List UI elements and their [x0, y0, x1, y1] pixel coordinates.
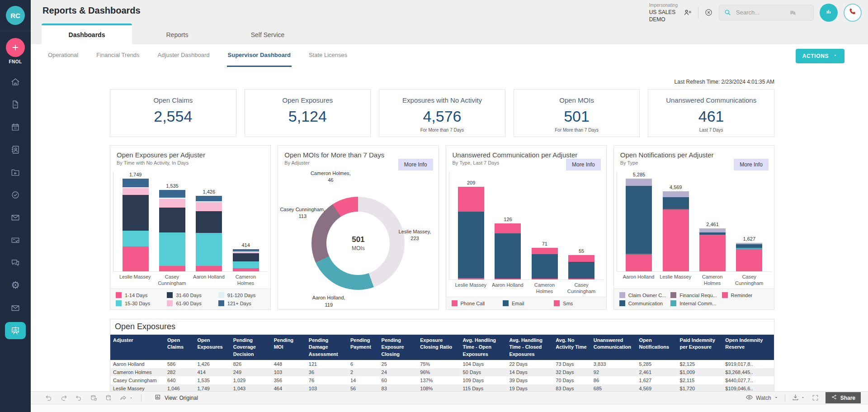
more-info-button[interactable]: More Info — [398, 159, 433, 170]
more-info-button[interactable]: More Info — [566, 159, 601, 170]
cell: 103 — [271, 368, 306, 376]
view-chart-icon — [155, 394, 161, 402]
home-icon — [5, 73, 26, 90]
person-list-icon[interactable] — [684, 8, 692, 17]
sidebar-item-home[interactable] — [0, 71, 31, 93]
column-header-avg-handling-time-closed-exposures[interactable]: Avg. Handling Time - Closed Exposures — [506, 335, 553, 360]
tab-dashboards[interactable]: Dashboards — [42, 24, 132, 44]
bar-segment-claim-owner-c — [699, 228, 726, 233]
legend-swatch — [218, 300, 224, 306]
more-info-button[interactable]: More Info — [734, 159, 769, 170]
legend-item-15-30-days: 15-30 Days — [116, 300, 162, 306]
chart-header: Open Exposures per AdjusterBy Time with … — [110, 146, 270, 172]
sidebar-item-chat[interactable] — [0, 251, 31, 274]
toolbar-right: Watch Share — [745, 392, 861, 403]
bar-segment-reminder — [699, 235, 726, 271]
plus-icon — [6, 38, 25, 57]
column-header-open-indemnity-reserve[interactable]: Open Indemnity Reserve — [722, 335, 774, 360]
column-header-pending-payment[interactable]: Pending Payment — [348, 335, 379, 360]
top-bar: Reports & Dashboards Impersonating US SA… — [31, 0, 868, 44]
sidebar-item-presentation[interactable] — [0, 319, 31, 342]
contacts-icon — [5, 141, 26, 158]
sidebar-item-badge-check[interactable] — [0, 184, 31, 206]
bar-column-aaron-holland: 126 — [490, 217, 526, 279]
column-header-adjuster[interactable]: Adjuster — [110, 335, 165, 360]
column-header-pending-coverage-decision[interactable]: Pending Coverage Decision — [231, 335, 271, 360]
phone-button[interactable] — [844, 4, 862, 22]
category-label: Leslie Massey — [657, 274, 694, 287]
sidebar-item-mail-alt[interactable] — [0, 297, 31, 319]
sidebar-item-mail[interactable] — [0, 206, 31, 229]
advanced-search-icon[interactable] — [789, 9, 797, 16]
tab-self-service[interactable]: Self Service — [222, 24, 313, 44]
cell: 75% — [417, 360, 460, 368]
kpi-value: 501 — [514, 108, 640, 125]
column-header-exposure-closing-ratio[interactable]: Exposure Closing Ratio — [417, 335, 460, 360]
legend-swatch — [670, 292, 676, 298]
bar-segment-sms — [495, 223, 521, 233]
column-header-avg-no-activity-time[interactable]: Avg. No Activity Time — [553, 335, 591, 360]
avatar[interactable]: RC — [6, 6, 25, 25]
table-row: Casey Cunningham6401,5351,02935676146013… — [110, 376, 774, 384]
undo-icon[interactable] — [45, 394, 52, 402]
view-original-button[interactable]: View: Original — [155, 394, 198, 402]
subtab-financial-trends[interactable]: Financial Trends — [95, 44, 140, 67]
actions-button[interactable]: ACTIONS — [796, 49, 844, 63]
column-header-open-notifications[interactable]: Open Notifications — [637, 335, 677, 360]
bar-segment-15-30-days — [123, 231, 149, 246]
bar-segment-reminder — [626, 255, 652, 271]
impersonating-block: Impersonating US SALES DEMO — [649, 2, 678, 23]
fullscreen-icon[interactable] — [811, 394, 819, 402]
kpi-card-open-mois: Open MOIs501For More than 7 Days — [514, 89, 640, 137]
sidebar-item-settings[interactable]: ⚙ — [0, 274, 31, 297]
subtab-supervisor-dashboard[interactable]: Supervisor Dashboard — [227, 44, 292, 67]
search-input[interactable] — [735, 9, 786, 16]
fnol-button[interactable]: FNOL — [6, 38, 25, 64]
bar-chart-icon — [824, 7, 833, 18]
bar-stack — [123, 179, 149, 271]
revert-icon[interactable] — [75, 394, 82, 402]
tab-reports[interactable]: Reports — [132, 24, 222, 44]
cell: Casey Cunningham — [110, 376, 165, 384]
sidebar-item-calendar[interactable]: 31 — [0, 116, 31, 138]
sidebar-item-document[interactable] — [0, 93, 31, 116]
legend-label: 121+ Days — [227, 301, 251, 306]
footer-strip — [31, 404, 868, 412]
subtab-state-licenses[interactable]: State Licenses — [308, 44, 348, 67]
column-header-avg-handling-time-open-exposures[interactable]: Avg. Handling Time - Open Exposures — [460, 335, 507, 360]
column-header-unanswered-communication[interactable]: Unanswered Communication — [591, 335, 637, 360]
table-title: Open Exposures — [110, 319, 774, 335]
watch-button[interactable]: Watch — [745, 393, 778, 403]
column-header-pending-exposure-closing[interactable]: Pending Exposure Closing — [379, 335, 418, 360]
reports-shortcut-button[interactable] — [820, 4, 838, 22]
cell: 5,285 — [637, 360, 677, 368]
bar-segment-claim-owner-c — [663, 191, 689, 197]
sidebar-item-card-check[interactable] — [0, 229, 31, 251]
subtab-adjuster-dashboard[interactable]: Adjuster Dashboard — [157, 44, 211, 67]
bar-segment-email — [458, 212, 484, 278]
cell: 104 Days — [460, 360, 507, 368]
stop-impersonating-icon[interactable] — [704, 8, 713, 17]
dashboard-content: Last Refresh Time: 2/23/2024 4:01:35 AM … — [31, 67, 868, 392]
column-header-open-exposures[interactable]: Open Exposures — [194, 335, 230, 360]
cell: $3,268,445.. — [722, 368, 774, 376]
pause-updates-icon[interactable] — [105, 394, 112, 402]
sidebar-divider — [0, 31, 31, 31]
sidebar-item-folder-history[interactable] — [0, 161, 31, 184]
cell: 1,627 — [637, 376, 677, 384]
chevron-down-icon — [774, 395, 778, 401]
cell: 76 — [306, 376, 348, 384]
subtab-operational[interactable]: Operational — [47, 44, 79, 67]
column-header-pending-damage-assessment[interactable]: Pending Damage Assessment — [306, 335, 348, 360]
download-button[interactable] — [792, 393, 805, 403]
redo-icon[interactable] — [60, 394, 67, 402]
cell: 6 — [348, 360, 379, 368]
column-header-pending-moi[interactable]: Pending MOI — [271, 335, 306, 360]
legend-item-internal-comm: Internal Comm... — [670, 300, 717, 306]
sidebar-item-contacts[interactable] — [0, 138, 31, 161]
column-header-open-claims[interactable]: Open Claims — [165, 335, 194, 360]
forward-icon[interactable] — [120, 394, 133, 402]
share-button[interactable]: Share — [826, 392, 861, 403]
column-header-paid-indemnity-per-exposure[interactable]: Paid Indemnity per Exposure — [677, 335, 723, 360]
refresh-data-icon[interactable] — [90, 394, 97, 402]
